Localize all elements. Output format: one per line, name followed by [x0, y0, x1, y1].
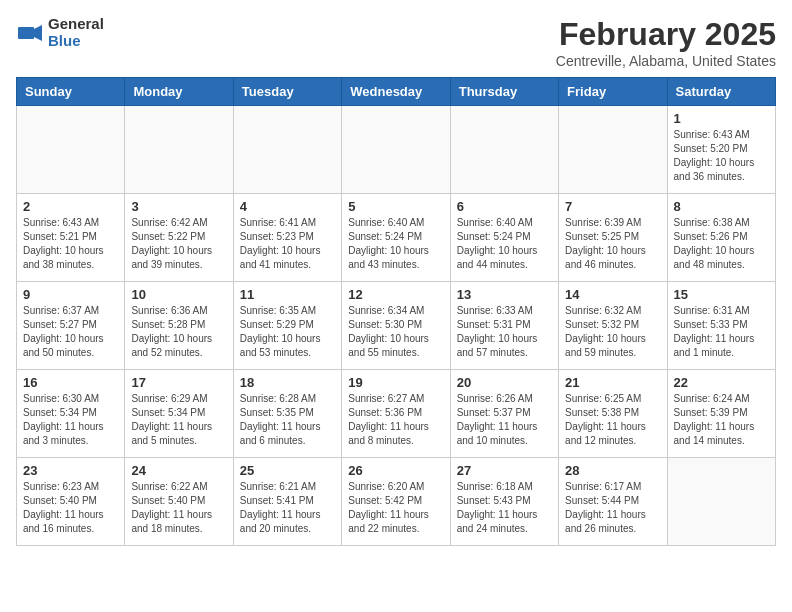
calendar-cell: 13Sunrise: 6:33 AM Sunset: 5:31 PM Dayli… — [450, 282, 558, 370]
calendar-week-4: 23Sunrise: 6:23 AM Sunset: 5:40 PM Dayli… — [17, 458, 776, 546]
weekday-header-thursday: Thursday — [450, 78, 558, 106]
calendar-cell: 2Sunrise: 6:43 AM Sunset: 5:21 PM Daylig… — [17, 194, 125, 282]
day-number: 18 — [240, 375, 335, 390]
day-info: Sunrise: 6:28 AM Sunset: 5:35 PM Dayligh… — [240, 392, 335, 448]
calendar-cell — [342, 106, 450, 194]
logo-icon — [16, 19, 44, 47]
month-title: February 2025 — [556, 16, 776, 53]
calendar-cell: 7Sunrise: 6:39 AM Sunset: 5:25 PM Daylig… — [559, 194, 667, 282]
day-number: 6 — [457, 199, 552, 214]
calendar-cell: 25Sunrise: 6:21 AM Sunset: 5:41 PM Dayli… — [233, 458, 341, 546]
calendar-cell: 4Sunrise: 6:41 AM Sunset: 5:23 PM Daylig… — [233, 194, 341, 282]
day-info: Sunrise: 6:32 AM Sunset: 5:32 PM Dayligh… — [565, 304, 660, 360]
weekday-header-sunday: Sunday — [17, 78, 125, 106]
day-info: Sunrise: 6:29 AM Sunset: 5:34 PM Dayligh… — [131, 392, 226, 448]
calendar-cell: 12Sunrise: 6:34 AM Sunset: 5:30 PM Dayli… — [342, 282, 450, 370]
calendar-cell: 24Sunrise: 6:22 AM Sunset: 5:40 PM Dayli… — [125, 458, 233, 546]
day-number: 5 — [348, 199, 443, 214]
title-block: February 2025 Centreville, Alabama, Unit… — [556, 16, 776, 69]
svg-rect-0 — [18, 27, 34, 39]
calendar-cell: 14Sunrise: 6:32 AM Sunset: 5:32 PM Dayli… — [559, 282, 667, 370]
calendar-cell: 18Sunrise: 6:28 AM Sunset: 5:35 PM Dayli… — [233, 370, 341, 458]
calendar-week-1: 2Sunrise: 6:43 AM Sunset: 5:21 PM Daylig… — [17, 194, 776, 282]
day-info: Sunrise: 6:41 AM Sunset: 5:23 PM Dayligh… — [240, 216, 335, 272]
day-number: 2 — [23, 199, 118, 214]
calendar-cell: 19Sunrise: 6:27 AM Sunset: 5:36 PM Dayli… — [342, 370, 450, 458]
calendar-cell: 8Sunrise: 6:38 AM Sunset: 5:26 PM Daylig… — [667, 194, 775, 282]
calendar-cell — [667, 458, 775, 546]
calendar-cell: 5Sunrise: 6:40 AM Sunset: 5:24 PM Daylig… — [342, 194, 450, 282]
day-info: Sunrise: 6:31 AM Sunset: 5:33 PM Dayligh… — [674, 304, 769, 360]
day-number: 8 — [674, 199, 769, 214]
calendar-cell: 17Sunrise: 6:29 AM Sunset: 5:34 PM Dayli… — [125, 370, 233, 458]
day-number: 9 — [23, 287, 118, 302]
day-info: Sunrise: 6:27 AM Sunset: 5:36 PM Dayligh… — [348, 392, 443, 448]
calendar-cell: 21Sunrise: 6:25 AM Sunset: 5:38 PM Dayli… — [559, 370, 667, 458]
day-info: Sunrise: 6:38 AM Sunset: 5:26 PM Dayligh… — [674, 216, 769, 272]
day-number: 12 — [348, 287, 443, 302]
logo-blue-text: Blue — [48, 33, 104, 50]
calendar-cell: 16Sunrise: 6:30 AM Sunset: 5:34 PM Dayli… — [17, 370, 125, 458]
day-info: Sunrise: 6:43 AM Sunset: 5:21 PM Dayligh… — [23, 216, 118, 272]
day-number: 15 — [674, 287, 769, 302]
day-info: Sunrise: 6:34 AM Sunset: 5:30 PM Dayligh… — [348, 304, 443, 360]
day-info: Sunrise: 6:42 AM Sunset: 5:22 PM Dayligh… — [131, 216, 226, 272]
calendar-cell — [559, 106, 667, 194]
day-info: Sunrise: 6:39 AM Sunset: 5:25 PM Dayligh… — [565, 216, 660, 272]
day-info: Sunrise: 6:20 AM Sunset: 5:42 PM Dayligh… — [348, 480, 443, 536]
day-number: 20 — [457, 375, 552, 390]
day-number: 25 — [240, 463, 335, 478]
day-number: 27 — [457, 463, 552, 478]
weekday-header-tuesday: Tuesday — [233, 78, 341, 106]
day-number: 23 — [23, 463, 118, 478]
calendar-cell — [17, 106, 125, 194]
day-info: Sunrise: 6:33 AM Sunset: 5:31 PM Dayligh… — [457, 304, 552, 360]
logo-general-text: General — [48, 16, 104, 33]
calendar-cell: 9Sunrise: 6:37 AM Sunset: 5:27 PM Daylig… — [17, 282, 125, 370]
day-info: Sunrise: 6:22 AM Sunset: 5:40 PM Dayligh… — [131, 480, 226, 536]
calendar-cell: 11Sunrise: 6:35 AM Sunset: 5:29 PM Dayli… — [233, 282, 341, 370]
day-number: 16 — [23, 375, 118, 390]
calendar-cell: 1Sunrise: 6:43 AM Sunset: 5:20 PM Daylig… — [667, 106, 775, 194]
day-info: Sunrise: 6:26 AM Sunset: 5:37 PM Dayligh… — [457, 392, 552, 448]
weekday-header-monday: Monday — [125, 78, 233, 106]
day-number: 19 — [348, 375, 443, 390]
day-info: Sunrise: 6:24 AM Sunset: 5:39 PM Dayligh… — [674, 392, 769, 448]
day-info: Sunrise: 6:40 AM Sunset: 5:24 PM Dayligh… — [348, 216, 443, 272]
day-info: Sunrise: 6:21 AM Sunset: 5:41 PM Dayligh… — [240, 480, 335, 536]
day-number: 13 — [457, 287, 552, 302]
weekday-header-saturday: Saturday — [667, 78, 775, 106]
day-number: 24 — [131, 463, 226, 478]
day-number: 11 — [240, 287, 335, 302]
calendar-cell: 10Sunrise: 6:36 AM Sunset: 5:28 PM Dayli… — [125, 282, 233, 370]
location: Centreville, Alabama, United States — [556, 53, 776, 69]
calendar-cell: 20Sunrise: 6:26 AM Sunset: 5:37 PM Dayli… — [450, 370, 558, 458]
weekday-header-row: SundayMondayTuesdayWednesdayThursdayFrid… — [17, 78, 776, 106]
calendar-cell — [450, 106, 558, 194]
day-info: Sunrise: 6:18 AM Sunset: 5:43 PM Dayligh… — [457, 480, 552, 536]
calendar-cell: 28Sunrise: 6:17 AM Sunset: 5:44 PM Dayli… — [559, 458, 667, 546]
day-number: 10 — [131, 287, 226, 302]
day-info: Sunrise: 6:40 AM Sunset: 5:24 PM Dayligh… — [457, 216, 552, 272]
day-info: Sunrise: 6:30 AM Sunset: 5:34 PM Dayligh… — [23, 392, 118, 448]
day-info: Sunrise: 6:25 AM Sunset: 5:38 PM Dayligh… — [565, 392, 660, 448]
logo: General Blue — [16, 16, 104, 49]
day-info: Sunrise: 6:37 AM Sunset: 5:27 PM Dayligh… — [23, 304, 118, 360]
calendar-cell: 6Sunrise: 6:40 AM Sunset: 5:24 PM Daylig… — [450, 194, 558, 282]
day-number: 17 — [131, 375, 226, 390]
day-number: 21 — [565, 375, 660, 390]
calendar-cell — [125, 106, 233, 194]
calendar-week-3: 16Sunrise: 6:30 AM Sunset: 5:34 PM Dayli… — [17, 370, 776, 458]
day-number: 26 — [348, 463, 443, 478]
calendar-cell: 26Sunrise: 6:20 AM Sunset: 5:42 PM Dayli… — [342, 458, 450, 546]
day-number: 1 — [674, 111, 769, 126]
day-info: Sunrise: 6:35 AM Sunset: 5:29 PM Dayligh… — [240, 304, 335, 360]
day-number: 28 — [565, 463, 660, 478]
day-info: Sunrise: 6:17 AM Sunset: 5:44 PM Dayligh… — [565, 480, 660, 536]
day-info: Sunrise: 6:43 AM Sunset: 5:20 PM Dayligh… — [674, 128, 769, 184]
calendar-cell: 3Sunrise: 6:42 AM Sunset: 5:22 PM Daylig… — [125, 194, 233, 282]
day-info: Sunrise: 6:23 AM Sunset: 5:40 PM Dayligh… — [23, 480, 118, 536]
day-number: 4 — [240, 199, 335, 214]
calendar-table: SundayMondayTuesdayWednesdayThursdayFrid… — [16, 77, 776, 546]
calendar-cell: 23Sunrise: 6:23 AM Sunset: 5:40 PM Dayli… — [17, 458, 125, 546]
